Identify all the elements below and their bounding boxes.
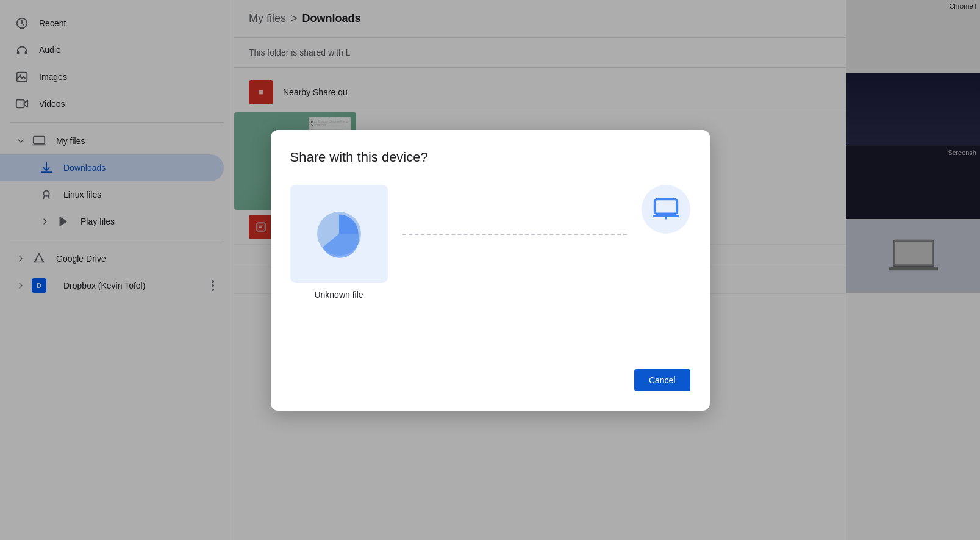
modal-overlay: Share with this device? Unknown file	[0, 0, 980, 540]
svg-point-14	[665, 217, 667, 219]
transfer-line	[402, 234, 627, 235]
modal-content: Unknown file	[290, 185, 690, 350]
device-laptop-icon	[653, 196, 679, 223]
file-preview-icon	[290, 185, 388, 283]
modal-title: Share with this device?	[290, 149, 690, 165]
modal-footer: Cancel	[290, 369, 690, 391]
unknown-file-icon	[312, 206, 367, 261]
cancel-button[interactable]: Cancel	[634, 369, 690, 391]
file-preview-label: Unknown file	[314, 290, 363, 300]
device-icon-wrap	[642, 185, 690, 234]
share-device-modal: Share with this device? Unknown file	[271, 130, 710, 411]
svg-rect-13	[654, 199, 677, 214]
file-preview-card: Unknown file	[290, 185, 388, 300]
